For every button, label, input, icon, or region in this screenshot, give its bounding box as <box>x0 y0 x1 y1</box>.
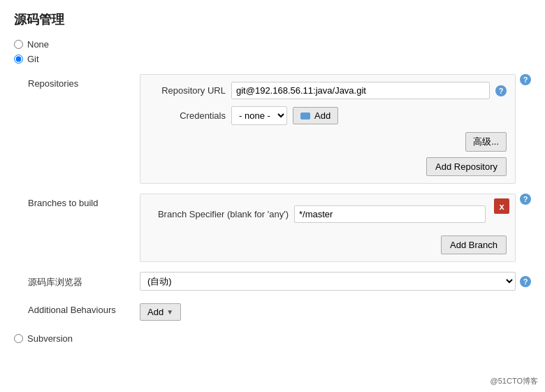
subversion-radio-group: Subversion <box>14 333 531 344</box>
subversion-radio[interactable] <box>14 334 23 343</box>
repositories-help-icon[interactable]: ? <box>520 74 531 85</box>
delete-branch-button[interactable]: x <box>494 198 509 214</box>
branches-section-row: Branches to build x Branch Specifier (bl… <box>14 194 531 262</box>
branch-specifier-label: Branch Specifier (blank for 'any') <box>149 209 289 219</box>
credentials-add-button[interactable]: Add <box>293 107 338 124</box>
subversion-label[interactable]: Subversion <box>27 333 73 344</box>
repositories-content: Repository URL ? Credentials - none - Ad… <box>140 74 516 184</box>
watermark: @51CTO博客 <box>490 376 538 386</box>
add-branch-row: Add Branch <box>149 230 507 254</box>
repo-url-help-icon[interactable]: ? <box>495 85 507 96</box>
repo-url-input[interactable] <box>231 82 490 99</box>
additional-behaviours-section-row: Additional Behaviours Add ▼ <box>14 300 531 324</box>
branch-specifier-input[interactable] <box>294 205 486 223</box>
none-radio[interactable] <box>14 40 23 49</box>
add-branch-button[interactable]: Add Branch <box>441 235 507 254</box>
repo-url-label: Repository URL <box>149 85 226 96</box>
additional-behaviours-add-label: Add <box>147 307 164 317</box>
repo-url-row: Repository URL ? <box>149 82 507 99</box>
branches-content: x Branch Specifier (blank for 'any') Add… <box>140 194 516 262</box>
source-browser-select[interactable]: (自动) <box>140 272 516 291</box>
none-radio-group: None <box>14 39 531 50</box>
repo-actions: 高级... <box>149 132 507 157</box>
add-repository-button[interactable]: Add Repository <box>426 157 507 176</box>
credentials-add-label: Add <box>314 110 330 121</box>
dropdown-arrow-icon: ▼ <box>166 308 173 316</box>
page-container: 源码管理 None Git Repositories Repository UR… <box>0 0 545 392</box>
additional-behaviours-label: Additional Behaviours <box>28 300 140 315</box>
repositories-section-row: Repositories Repository URL ? Credential… <box>14 74 531 184</box>
additional-behaviours-add-button[interactable]: Add ▼ <box>140 303 181 321</box>
credentials-select[interactable]: - none - <box>231 106 287 125</box>
branches-label: Branches to build <box>28 194 140 208</box>
source-browser-label: 源码库浏览器 <box>28 272 140 289</box>
source-browser-help-icon[interactable]: ? <box>520 276 531 287</box>
none-label[interactable]: None <box>27 39 49 50</box>
key-icon <box>300 112 310 119</box>
credentials-label: Credentials <box>149 110 226 121</box>
page-title: 源码管理 <box>14 11 531 28</box>
git-label[interactable]: Git <box>27 54 39 64</box>
add-repo-row: Add Repository <box>149 157 507 176</box>
git-radio-group: Git <box>14 54 531 64</box>
source-browser-section-row: 源码库浏览器 (自动) ? <box>14 272 531 291</box>
git-radio[interactable] <box>14 55 23 64</box>
additional-behaviours-content: Add ▼ <box>140 300 531 324</box>
repositories-label: Repositories <box>28 74 140 89</box>
advanced-button[interactable]: 高级... <box>465 132 507 152</box>
branch-specifier-row: Branch Specifier (blank for 'any') <box>149 201 507 223</box>
credentials-row: Credentials - none - Add <box>149 106 507 125</box>
branches-help-icon[interactable]: ? <box>520 194 531 205</box>
